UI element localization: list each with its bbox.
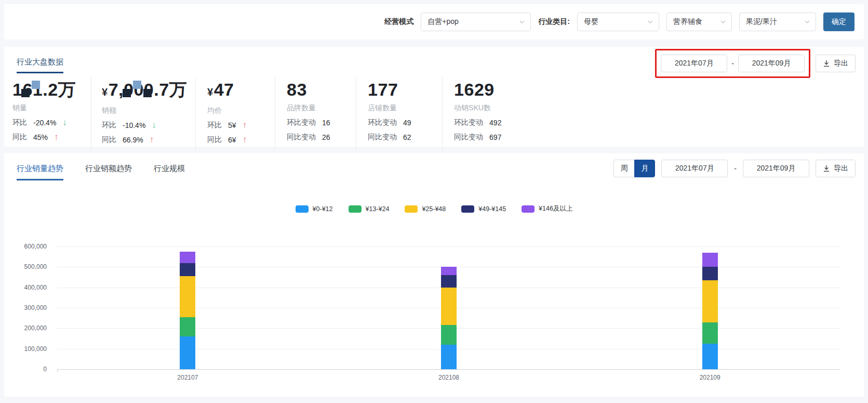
y-axis-label: 0	[4, 366, 47, 373]
legend-swatch	[405, 205, 418, 213]
trend-arrow-down-icon: ↓	[152, 122, 156, 129]
metric-label: 同比变动	[368, 133, 397, 142]
section-title: 行业大盘数据	[17, 57, 63, 73]
trend-date-range-separator: -	[734, 164, 737, 173]
trend-export-button[interactable]: 导出	[816, 160, 856, 177]
redacted-value: 6	[22, 79, 32, 100]
kpi-label: 均价	[207, 106, 266, 115]
kpi-metric-row: 环比变动49	[368, 118, 434, 127]
bar-segment[interactable]	[180, 252, 195, 263]
date-range-end[interactable]: 2021年09月	[738, 55, 805, 72]
bar-segment[interactable]	[702, 322, 718, 344]
legend-item[interactable]: ¥0-¥12	[296, 205, 333, 213]
selected-value: 自营+pop	[428, 17, 459, 27]
trend-date-range-start[interactable]: 2021年07月	[661, 160, 728, 177]
redaction-block	[143, 89, 152, 97]
bar-segment[interactable]	[702, 267, 718, 280]
redaction-block	[32, 81, 40, 89]
category-level3-select[interactable]: 果泥/果汁	[739, 12, 816, 31]
selected-value: 果泥/果汁	[746, 17, 777, 27]
category-level2-select[interactable]: 营养辅食	[666, 12, 732, 31]
bar-segment[interactable]	[441, 325, 457, 344]
month-toggle[interactable]: 月	[634, 160, 655, 177]
bar-segment[interactable]	[180, 276, 195, 317]
x-axis-label: 202108	[423, 374, 475, 381]
tab-industry-scale[interactable]: 行业规模	[154, 164, 185, 180]
bar-segment[interactable]	[702, 344, 718, 369]
category-level1-select[interactable]: 母婴	[577, 12, 659, 31]
chevron-down-icon	[519, 19, 525, 25]
bar-segment[interactable]	[702, 253, 718, 267]
y-axis-label: 400,000	[4, 284, 47, 291]
selected-value: 母婴	[584, 17, 598, 27]
kpi-metric-row: 环比变动16	[287, 118, 348, 127]
kpi-value-text: .7万	[154, 80, 187, 99]
bar-segment[interactable]	[180, 263, 195, 277]
metric-value: 49	[403, 119, 411, 127]
business-mode-label: 经营模式	[384, 17, 413, 27]
legend-label: ¥146及以上	[539, 204, 572, 213]
legend-item[interactable]: ¥25-¥48	[405, 205, 446, 213]
overview-header: 行业大盘数据 2021年07月 - 2021年09月 导出	[17, 47, 856, 80]
legend-item[interactable]: ¥146及以上	[522, 204, 572, 213]
annotation-highlight-box: 2021年07月 - 2021年09月	[655, 49, 810, 78]
metric-value: 66.9%	[123, 136, 143, 144]
bar-segment[interactable]	[441, 267, 457, 275]
kpi-value: ¥7,000.7万	[102, 79, 187, 102]
trend-arrow-up-icon: ↑	[243, 122, 247, 129]
legend-swatch	[296, 205, 309, 213]
kpi-value-text: 83	[287, 80, 307, 99]
legend-label: ¥25-¥48	[422, 205, 446, 213]
kpi-value-text: 7,	[109, 80, 124, 99]
currency-symbol: ¥	[207, 86, 213, 98]
bar-segment[interactable]	[441, 275, 457, 288]
metric-label: 环比	[102, 121, 116, 130]
legend-label: ¥49-¥145	[478, 205, 506, 213]
currency-symbol: ¥	[102, 86, 108, 98]
kpi-value-text: 177	[368, 80, 398, 99]
bar-segment[interactable]	[702, 280, 718, 322]
export-label: 导出	[834, 164, 848, 173]
metric-label: 同比	[207, 135, 222, 145]
business-mode-select[interactable]: 自营+pop	[421, 12, 531, 31]
export-button[interactable]: 导出	[816, 55, 856, 72]
bar-segment[interactable]	[180, 317, 195, 336]
date-range-start[interactable]: 2021年07月	[661, 55, 727, 72]
metric-label: 同比	[102, 135, 116, 145]
bar-stack[interactable]	[702, 253, 718, 369]
legend-item[interactable]: ¥13-¥24	[349, 205, 390, 213]
tab-sales-amount-trend[interactable]: 行业销额趋势	[85, 164, 132, 180]
legend-item[interactable]: ¥49-¥145	[461, 205, 506, 213]
metric-value: 45%	[33, 133, 48, 141]
bar-segment[interactable]	[441, 345, 457, 369]
bar-stack[interactable]	[180, 252, 195, 369]
legend-swatch	[461, 205, 474, 213]
category-level1-label: 行业类目:	[538, 17, 570, 27]
kpi-card: 177店铺数量环比变动49同比变动62	[356, 77, 443, 151]
metric-value: -10.4%	[123, 121, 145, 129]
bar-segment[interactable]	[180, 336, 195, 369]
kpi-metric-row: 同比6¥↑	[207, 135, 266, 145]
confirm-button[interactable]: 确定	[823, 12, 854, 31]
kpi-value: 177	[368, 79, 434, 100]
metric-label: 同比	[12, 133, 27, 142]
trend-controls: 周 月 2021年07月 - 2021年09月 导出	[613, 160, 856, 177]
kpi-card: ¥47均价环比5¥↑同比6¥↑	[196, 77, 275, 151]
bar-segment[interactable]	[441, 288, 457, 326]
download-icon	[823, 60, 830, 67]
bar-stack[interactable]	[441, 267, 457, 369]
selected-value: 营养辅食	[673, 17, 702, 27]
kpi-row: 161.2万销量环比-20.4%↓同比45%↑¥7,000.7万销额环比-10.…	[4, 77, 864, 151]
tab-sales-volume-trend[interactable]: 行业销量趋势	[17, 164, 63, 180]
filter-bar: 经营模式自营+pop行业类目:母婴营养辅食果泥/果汁 确定	[4, 4, 864, 40]
chart-legend: ¥0-¥12¥13-¥24¥25-¥48¥49-¥145¥146及以上	[4, 204, 864, 213]
trend-date-range-end[interactable]: 2021年09月	[743, 160, 809, 177]
kpi-card: 83品牌数量环比变动16同比变动26	[275, 77, 356, 151]
kpi-card: ¥7,000.7万销额环比-10.4%↓同比66.9%↑	[91, 77, 196, 151]
metric-value: 62	[403, 133, 411, 141]
y-axis-label: 100,000	[4, 345, 47, 353]
chevron-down-icon	[647, 19, 653, 25]
metric-value: 26	[322, 133, 330, 141]
trend-section: 行业销量趋势行业销额趋势行业规模 周 月 2021年07月 - 2021年09月…	[4, 153, 864, 397]
week-toggle[interactable]: 周	[613, 160, 634, 177]
